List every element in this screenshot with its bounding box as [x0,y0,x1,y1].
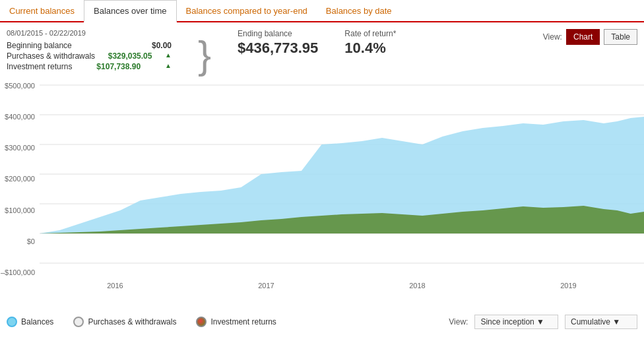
purchases-line: Purchases & withdrawals $329,035.05 ▲ [7,51,172,61]
y-label-neg100k: –$100,000 [1,268,35,276]
chart-button[interactable]: Chart [566,29,600,45]
legend-returns: Investment returns [196,317,276,327]
tab-balances-over-time[interactable]: Balances over time [84,0,177,22]
ending-balance-value: $436,773.95 [238,40,318,57]
chart-container: $500,000 $400,000 $300,000 $200,000 $100… [0,78,644,309]
purchases-legend-icon [73,317,84,327]
x-label-2017: 2017 [258,282,274,290]
x-axis: 2016 2017 2018 2019 [40,282,644,290]
tab-balances-compared[interactable]: Balances compared to year-end [177,1,317,21]
legend-purchases: Purchases & withdrawals [73,317,176,327]
chart-svg [40,78,644,283]
returns-legend-label: Investment returns [210,317,276,326]
table-button[interactable]: Table [604,29,637,45]
y-label-500k: $500,000 [5,82,35,90]
returns-value: $107,738.90 [96,62,141,71]
beginning-balance-label: Beginning balance [7,41,72,50]
x-label-2016: 2016 [107,282,123,290]
stats-left: 08/01/2015 - 02/22/2019 Beginning balanc… [7,29,172,73]
rate-of-return-section: Rate of return* 10.4% [344,29,396,57]
legend-balances: Balances [7,317,53,327]
balances-legend-icon [7,317,17,327]
beginning-balance-value: $0.00 [152,41,172,50]
ror-value: 10.4% [344,40,396,57]
tabs: Current balances Balances over time Bala… [0,0,644,22]
y-label-300k: $300,000 [5,144,35,152]
since-inception-dropdown[interactable]: Since inception ▼ [474,315,558,329]
ending-balance-section: Ending balance $436,773.95 [238,29,318,57]
legend-view-label: View: [449,317,468,326]
y-label-0: $0 [27,237,35,245]
returns-arrow-icon: ▲ [165,62,172,71]
purchases-label: Purchases & withdrawals [7,51,95,61]
purchases-value: $329,035.05 [108,51,152,61]
stats-row: 08/01/2015 - 02/22/2019 Beginning balanc… [0,22,644,78]
returns-label: Investment returns [7,62,72,71]
x-label-2019: 2019 [560,282,576,290]
beginning-balance-line: Beginning balance $0.00 [7,41,172,50]
date-range: 08/01/2015 - 02/22/2019 [7,29,172,37]
y-label-200k: $200,000 [5,175,35,183]
legend: Balances Purchases & withdrawals Investm… [0,309,644,334]
ending-balance-label: Ending balance [238,29,318,38]
cumulative-dropdown[interactable]: Cumulative ▼ [565,315,637,329]
legend-view-controls: View: Since inception ▼ Cumulative ▼ [296,315,637,329]
brace-decoration: } [185,29,224,75]
view-controls: View: Chart Table [409,29,637,45]
since-inception-value: Since inception [480,317,534,326]
ror-label: Rate of return* [344,29,396,38]
y-label-400k: $400,000 [5,113,35,121]
view-label: View: [543,32,562,42]
y-axis: $500,000 $400,000 $300,000 $200,000 $100… [0,78,38,276]
balances-legend-label: Balances [21,317,53,326]
purchases-arrow-icon: ▲ [165,51,172,61]
cumulative-value: Cumulative [571,317,610,326]
tab-current-balances[interactable]: Current balances [0,1,84,21]
purchases-legend-label: Purchases & withdrawals [88,317,176,326]
returns-line: Investment returns $107,738.90 ▲ [7,62,172,71]
x-label-2018: 2018 [409,282,425,290]
returns-legend-icon [196,317,207,327]
y-label-100k: $100,000 [5,206,35,214]
tab-balances-by-date[interactable]: Balances by date [317,1,401,21]
chart-area [40,78,644,283]
